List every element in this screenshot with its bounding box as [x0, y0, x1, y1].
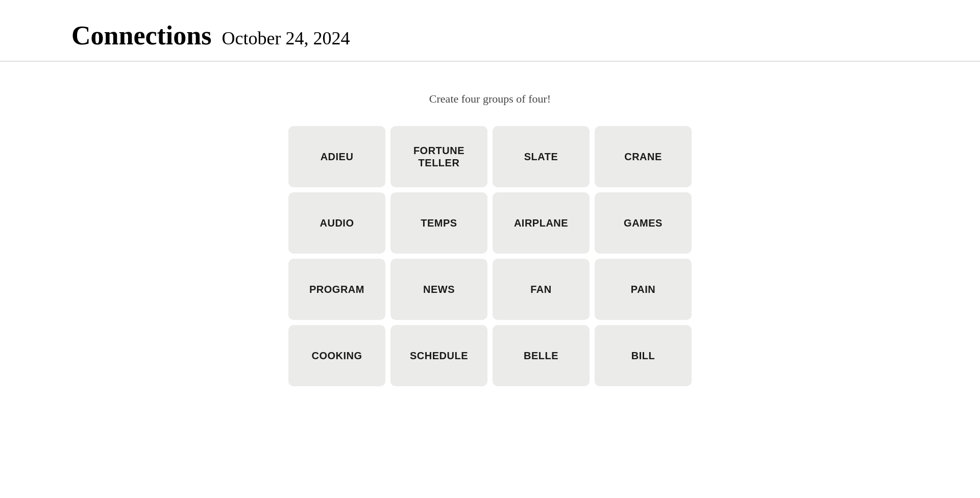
tile-pain[interactable]: PAIN	[595, 259, 692, 320]
tile-label-fortune-teller: FORTUNE TELLER	[413, 144, 464, 169]
tile-news[interactable]: NEWS	[390, 259, 487, 320]
tile-bill[interactable]: BILL	[595, 325, 692, 386]
game-subtitle: Create four groups of four!	[429, 92, 551, 106]
tile-crane[interactable]: CRANE	[595, 126, 692, 187]
tile-label-fan: FAN	[530, 283, 552, 295]
tile-belle[interactable]: BELLE	[493, 325, 590, 386]
tile-label-audio: AUDIO	[320, 217, 354, 229]
page-title: Connections	[71, 20, 211, 51]
tile-airplane[interactable]: AIRPLANE	[493, 192, 590, 254]
tile-program[interactable]: PROGRAM	[288, 259, 385, 320]
tile-temps[interactable]: TEMPS	[390, 192, 487, 254]
tile-games[interactable]: GAMES	[595, 192, 692, 254]
tile-label-schedule: SCHEDULE	[410, 350, 468, 362]
tile-audio[interactable]: AUDIO	[288, 192, 385, 254]
tile-adieu[interactable]: ADIEU	[288, 126, 385, 187]
header: Connections October 24, 2024	[0, 0, 980, 61]
tile-label-bill: BILL	[631, 350, 655, 362]
tile-label-belle: BELLE	[524, 350, 558, 362]
tile-cooking[interactable]: COOKING	[288, 325, 385, 386]
tile-label-airplane: AIRPLANE	[514, 217, 568, 229]
tile-label-program: PROGRAM	[309, 283, 364, 295]
tile-schedule[interactable]: SCHEDULE	[390, 325, 487, 386]
main-content: Create four groups of four! ADIEUFORTUNE…	[0, 62, 980, 386]
tile-label-temps: TEMPS	[421, 217, 457, 229]
tile-label-pain: PAIN	[631, 283, 655, 295]
tile-label-adieu: ADIEU	[321, 151, 354, 163]
tile-label-games: GAMES	[624, 217, 663, 229]
tile-label-crane: CRANE	[624, 151, 662, 163]
tile-label-slate: SLATE	[524, 151, 558, 163]
page-date: October 24, 2024	[222, 28, 350, 49]
tile-fan[interactable]: FAN	[493, 259, 590, 320]
tile-grid: ADIEUFORTUNE TELLERSLATECRANEAUDIOTEMPSA…	[288, 126, 692, 386]
tile-slate[interactable]: SLATE	[493, 126, 590, 187]
tile-fortune-teller[interactable]: FORTUNE TELLER	[390, 126, 487, 187]
tile-label-news: NEWS	[423, 283, 455, 295]
tile-label-cooking: COOKING	[311, 350, 362, 362]
